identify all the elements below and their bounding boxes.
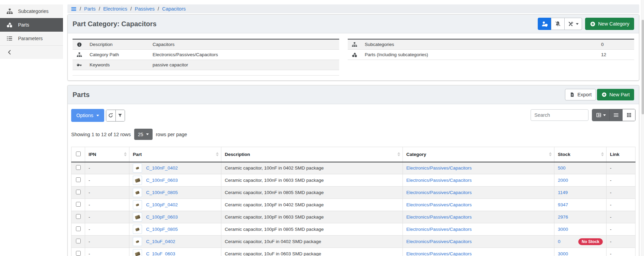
breadcrumb-link-electronics[interactable]: Electronics xyxy=(103,6,127,12)
column-header-link[interactable]: Link xyxy=(607,147,635,162)
sort-icon[interactable] xyxy=(601,152,604,156)
select-all-checkbox[interactable] xyxy=(76,151,81,156)
category-link[interactable]: Electronics/Passives/Capacitors xyxy=(406,165,472,171)
rows-per-page-label: rows per page xyxy=(156,132,187,137)
parts-table-body: -C_100nF_0402Ceramic capacitor, 100nF in… xyxy=(72,162,635,256)
search-input[interactable] xyxy=(531,109,588,121)
sort-icon[interactable] xyxy=(397,152,400,156)
stock-cell: 0No Stock xyxy=(558,238,603,245)
row-checkbox[interactable] xyxy=(76,190,81,194)
sort-icon[interactable] xyxy=(549,152,552,156)
row-checkbox[interactable] xyxy=(76,202,81,207)
columns-dropdown-button[interactable] xyxy=(592,109,609,121)
part-thumbnail[interactable] xyxy=(133,212,142,222)
detail-row-description: Description Capacitors xyxy=(73,39,339,50)
part-link[interactable]: C_100pF_0402 xyxy=(146,202,178,207)
export-button[interactable]: Export xyxy=(565,89,596,100)
row-checkbox[interactable] xyxy=(76,251,81,256)
sidebar-item-parts[interactable]: Parts xyxy=(0,18,63,32)
row-checkbox[interactable] xyxy=(76,214,81,219)
row-checkbox[interactable] xyxy=(76,239,81,243)
bars-icon xyxy=(613,112,619,118)
stock-link[interactable]: 0 xyxy=(558,239,561,244)
shapes-icon xyxy=(352,52,365,58)
grid-view-button[interactable] xyxy=(622,109,635,121)
part-thumbnail[interactable] xyxy=(133,225,142,234)
sidebar-item-parameters[interactable]: Parameters xyxy=(0,32,63,45)
part-link[interactable]: C_10uF_0603 xyxy=(146,251,175,256)
sort-icon[interactable] xyxy=(124,152,127,156)
menu-icon[interactable] xyxy=(71,6,77,12)
column-header-ipn[interactable]: IPN xyxy=(85,147,129,162)
capacitor-image xyxy=(135,178,140,183)
file-download-icon xyxy=(569,92,575,97)
caret-down-icon xyxy=(576,23,579,25)
sidebar: Subcategories Parts Parameters xyxy=(0,4,63,59)
sidebar-collapse-button[interactable] xyxy=(0,45,63,59)
part-link[interactable]: C_10uF_0402 xyxy=(146,239,175,244)
column-header-part[interactable]: Part xyxy=(129,147,221,162)
part-thumbnail[interactable] xyxy=(133,249,142,256)
row-checkbox[interactable] xyxy=(76,177,81,182)
new-part-button[interactable]: New Part xyxy=(597,89,634,100)
category-options-dropdown[interactable] xyxy=(564,18,582,30)
list-icon xyxy=(6,35,13,42)
stock-link[interactable]: 1149 xyxy=(558,190,568,195)
part-link[interactable]: C_100nF_0603 xyxy=(146,178,178,183)
unsubscribe-button[interactable] xyxy=(551,18,565,30)
category-link[interactable]: Electronics/Passives/Capacitors xyxy=(406,214,472,220)
stock-link[interactable]: 2000 xyxy=(558,178,568,183)
detail-label: Category Path xyxy=(90,52,153,57)
stock-link[interactable]: 3000 xyxy=(558,251,568,256)
column-header-stock[interactable]: Stock xyxy=(554,147,607,162)
refresh-button[interactable] xyxy=(106,110,115,121)
category-link[interactable]: Electronics/Passives/Capacitors xyxy=(406,251,472,256)
subscribe-user-button[interactable] xyxy=(538,18,551,30)
category-link[interactable]: Electronics/Passives/Capacitors xyxy=(406,190,472,195)
no-stock-badge: No Stock xyxy=(578,238,603,245)
part-link[interactable]: C_100pF_0805 xyxy=(146,227,178,232)
sidebar-item-subcategories[interactable]: Subcategories xyxy=(0,4,63,18)
page-scrollbar[interactable] xyxy=(641,0,644,256)
stock-cell: 1149 xyxy=(558,190,603,195)
stock-link[interactable]: 500 xyxy=(558,165,566,171)
part-thumbnail[interactable] xyxy=(133,200,142,209)
part-cell: C_10uF_0402 xyxy=(133,237,218,246)
category-link[interactable]: Electronics/Passives/Capacitors xyxy=(406,227,472,232)
part-link[interactable]: C_100nF_0402 xyxy=(146,165,178,171)
row-checkbox[interactable] xyxy=(76,226,81,231)
table-row: -C_100pF_0402Ceramic capacitor, 100pF in… xyxy=(72,199,635,211)
new-category-button[interactable]: New Category xyxy=(585,18,634,30)
category-link[interactable]: Electronics/Passives/Capacitors xyxy=(406,178,472,183)
part-link[interactable]: C_100nF_0805 xyxy=(146,190,178,195)
sidebar-item-label: Parameters xyxy=(18,36,43,41)
page-size-dropdown[interactable]: 25 xyxy=(134,129,153,140)
list-view-button[interactable] xyxy=(609,109,622,121)
part-thumbnail[interactable] xyxy=(133,188,142,197)
scrollbar-thumb[interactable] xyxy=(642,20,644,114)
sort-icon[interactable] xyxy=(216,152,219,156)
breadcrumb-link-capacitors[interactable]: Capacitors xyxy=(162,6,186,12)
part-link[interactable]: C_100pF_0603 xyxy=(146,214,178,220)
stock-link[interactable]: 9347 xyxy=(558,202,568,207)
parts-toolbar: Options xyxy=(71,109,635,122)
parts-table: IPN Part Description Category St xyxy=(71,147,635,256)
part-thumbnail[interactable] xyxy=(133,176,142,185)
part-thumbnail[interactable] xyxy=(133,237,142,246)
stock-cell: 3000 xyxy=(558,251,603,256)
breadcrumb-link-parts[interactable]: Parts xyxy=(84,6,96,12)
options-dropdown-button[interactable]: Options xyxy=(71,109,104,122)
category-card-header: Part Category: Capacitors N xyxy=(68,15,639,33)
filter-icon xyxy=(117,113,123,118)
ipn-cell: - xyxy=(85,199,129,211)
stock-link[interactable]: 2976 xyxy=(558,214,568,220)
stock-link[interactable]: 3000 xyxy=(558,227,568,232)
row-checkbox[interactable] xyxy=(76,165,81,170)
breadcrumb-link-passives[interactable]: Passives xyxy=(135,6,155,12)
filter-button[interactable] xyxy=(115,110,125,121)
column-header-category[interactable]: Category xyxy=(403,147,554,162)
column-header-description[interactable]: Description xyxy=(221,147,403,162)
category-link[interactable]: Electronics/Passives/Capacitors xyxy=(406,239,472,244)
category-link[interactable]: Electronics/Passives/Capacitors xyxy=(406,202,472,207)
part-thumbnail[interactable] xyxy=(133,163,142,173)
